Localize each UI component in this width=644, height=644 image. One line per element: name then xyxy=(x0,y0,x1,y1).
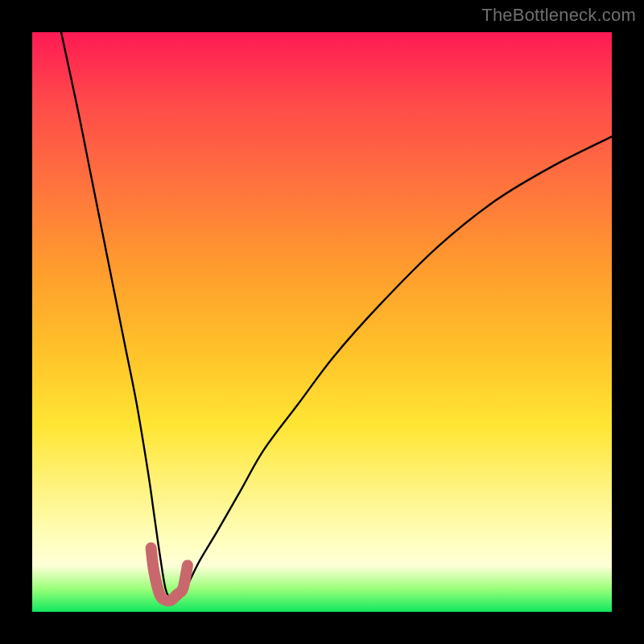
curve-layer xyxy=(32,32,612,612)
plot-area xyxy=(32,32,612,612)
watermark-label: TheBottleneck.com xyxy=(481,5,636,26)
valley-highlight-path xyxy=(151,548,188,601)
bottleneck-curve-path xyxy=(61,32,612,601)
chart-frame: TheBottleneck.com xyxy=(0,0,644,644)
